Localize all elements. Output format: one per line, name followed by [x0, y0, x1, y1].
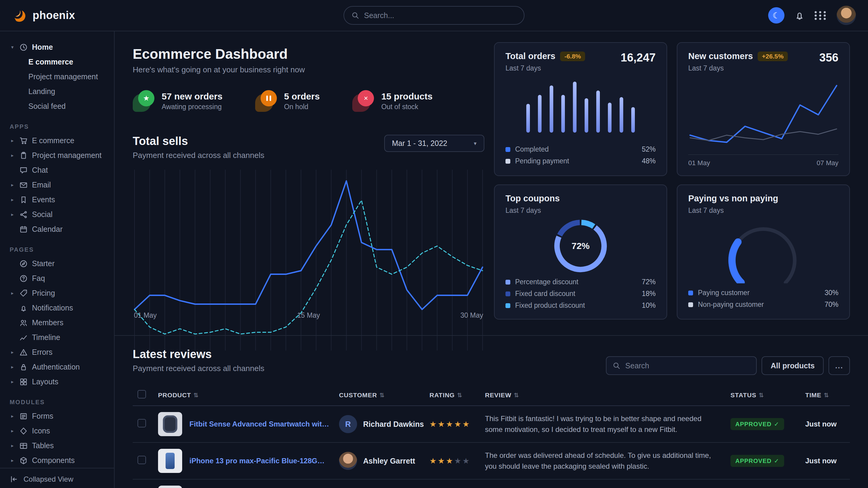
sidebar-item-social[interactable]: ▸Social [0, 207, 114, 222]
form-icon [19, 412, 28, 421]
column-header-time[interactable]: TIME [805, 392, 821, 398]
collapse-view-button[interactable]: Collapsed View [0, 468, 114, 488]
paying-gauge-chart [688, 217, 838, 283]
legend-value: 10% [642, 301, 656, 310]
user-avatar[interactable] [837, 6, 856, 25]
apps-grid-button[interactable] [815, 11, 827, 20]
sort-icon[interactable]: ⇅ [824, 392, 829, 398]
sidebar-item-calendar[interactable]: Calendar [0, 222, 114, 237]
sidebar-item-icons[interactable]: ▸Icons [0, 423, 114, 438]
column-header-customer[interactable]: CUSTOMER [339, 392, 377, 398]
search-icon [351, 11, 359, 19]
sidebar-item-e-commerce[interactable]: ▸E commerce [0, 133, 114, 148]
sidebar-item-faq[interactable]: Faq [0, 271, 114, 286]
chevron-right-icon: ▸ [10, 138, 15, 143]
legend-label: Non-paying customer [698, 300, 764, 308]
page-subtitle: Here's what's going on at your business … [133, 65, 484, 74]
stat-title: 5 orders [284, 91, 320, 102]
sidebar-item-label: Icons [32, 426, 50, 435]
reviews-subtitle: Payment received across all channels [133, 364, 264, 373]
dashboard-header-section: Ecommerce Dashboard Here's what's going … [133, 42, 484, 320]
card-period: Last 7 days [505, 206, 560, 215]
chevron-right-icon: ▸ [10, 349, 15, 355]
brand[interactable]: phoenix [12, 7, 115, 23]
sidebar-item-label: Chat [32, 166, 48, 174]
column-header-product[interactable]: PRODUCT [158, 392, 191, 398]
rating-stars: ★★★★★ [430, 420, 471, 429]
sidebar-item-label: Social [32, 210, 53, 219]
legend-value: 52% [642, 145, 656, 154]
legend-label: Percentage discount [515, 278, 579, 286]
paying-legend: Paying customer30%Non-paying customer70% [688, 287, 838, 311]
sort-icon[interactable]: ⇅ [457, 392, 463, 398]
sidebar: ▾HomeE commerceProject managementLanding… [0, 31, 115, 488]
sort-icon[interactable]: ⇅ [193, 392, 199, 398]
row-checkbox[interactable] [137, 419, 146, 427]
column-header-review[interactable]: REVIEW [485, 392, 512, 398]
total-sells-subtitle: Payment received across all channels [133, 151, 264, 160]
moon-icon: ☾ [772, 10, 780, 21]
sidebar-item-chat[interactable]: Chat [0, 163, 114, 177]
reviews-search-input[interactable] [625, 361, 750, 370]
x-tick: 30 May [461, 312, 483, 320]
sidebar-item-timeline[interactable]: Timeline [0, 330, 114, 345]
select-all-checkbox[interactable] [137, 390, 146, 398]
sidebar-item-label: Components [32, 456, 75, 465]
legend-label: Pending payment [515, 157, 569, 165]
theme-toggle-button[interactable]: ☾ [768, 7, 784, 24]
legend-value: 18% [642, 290, 656, 298]
sidebar-item-members[interactable]: Members [0, 315, 114, 330]
sidebar-item-errors[interactable]: ▸Errors [0, 345, 114, 360]
rating-stars: ★★★★★ [430, 456, 471, 465]
all-products-button[interactable]: All products [762, 356, 824, 375]
sort-icon[interactable]: ⇅ [379, 392, 385, 398]
sidebar-item-forms[interactable]: ▸Forms [0, 409, 114, 423]
review-row [133, 479, 850, 488]
more-button[interactable]: ... [829, 356, 850, 375]
sidebar-item-home[interactable]: ▾Home [0, 40, 114, 55]
sort-icon[interactable]: ⇅ [759, 392, 764, 398]
product-link[interactable]: iPhone 13 pro max-Pacific Blue-128GB sto… [189, 457, 329, 465]
search-input[interactable] [364, 11, 517, 20]
chevron-right-icon: ▸ [10, 197, 15, 202]
sidebar-item-landing[interactable]: Landing [0, 84, 114, 99]
sidebar-item-layouts[interactable]: ▸Layouts [0, 375, 114, 389]
sidebar-item-events[interactable]: ▸Events [0, 192, 114, 207]
column-header-rating[interactable]: RATING [430, 392, 455, 398]
sidebar-item-pricing[interactable]: ▸Pricing [0, 286, 114, 300]
sidebar-item-project-management[interactable]: ▸Project management [0, 148, 114, 163]
sidebar-item-components[interactable]: ▸Components [0, 453, 114, 468]
coupons-legend: Percentage discount72%Fixed card discoun… [505, 276, 656, 312]
reviews-search[interactable] [606, 356, 757, 375]
product-link[interactable]: Fitbit Sense Advanced Smartwatch with To… [189, 420, 329, 428]
sidebar-item-project-management[interactable]: Project management [0, 69, 114, 84]
sidebar-item-label: Errors [32, 348, 53, 357]
orders-legend: Completed52%Pending payment48% [505, 143, 656, 167]
latest-reviews-section: Latest reviews Payment received across a… [115, 335, 868, 488]
sidebar-item-tables[interactable]: ▸Tables [0, 438, 114, 453]
product-thumbnail [158, 486, 182, 488]
review-row: Fitbit Sense Advanced Smartwatch with To… [133, 406, 850, 443]
column-header-status[interactable]: STATUS [731, 392, 756, 398]
legend-item: Completed52% [505, 143, 656, 155]
sidebar-item-notifications[interactable]: Notifications [0, 300, 114, 315]
diamond-icon [19, 427, 28, 435]
chevron-down-icon: ▾ [10, 44, 15, 50]
stats-row: ★57 new ordersAwating processing5 orders… [133, 90, 484, 112]
row-checkbox[interactable] [137, 456, 146, 464]
sort-icon[interactable]: ⇅ [514, 392, 519, 398]
phoenix-logo-icon [12, 7, 28, 23]
total-sells-title: Total sells [133, 135, 264, 148]
notifications-button[interactable] [794, 10, 805, 21]
paying-card: Paying vs non paying Last 7 days Paying … [677, 185, 850, 320]
review-row: iPhone 13 pro max-Pacific Blue-128GB sto… [133, 443, 850, 479]
sidebar-item-starter[interactable]: Starter [0, 256, 114, 271]
sidebar-item-social-feed[interactable]: Social feed [0, 99, 114, 113]
main-content: Ecommerce Dashboard Here's what's going … [115, 31, 868, 488]
navbar-search[interactable] [343, 6, 525, 25]
sidebar-item-e-commerce[interactable]: E commerce [0, 55, 114, 69]
date-range-select[interactable]: Mar 1 - 31, 2022 ▾ [384, 135, 484, 152]
date-range-value: Mar 1 - 31, 2022 [392, 139, 447, 148]
sidebar-item-authentication[interactable]: ▸Authentication [0, 360, 114, 375]
sidebar-item-email[interactable]: ▸Email [0, 177, 114, 192]
